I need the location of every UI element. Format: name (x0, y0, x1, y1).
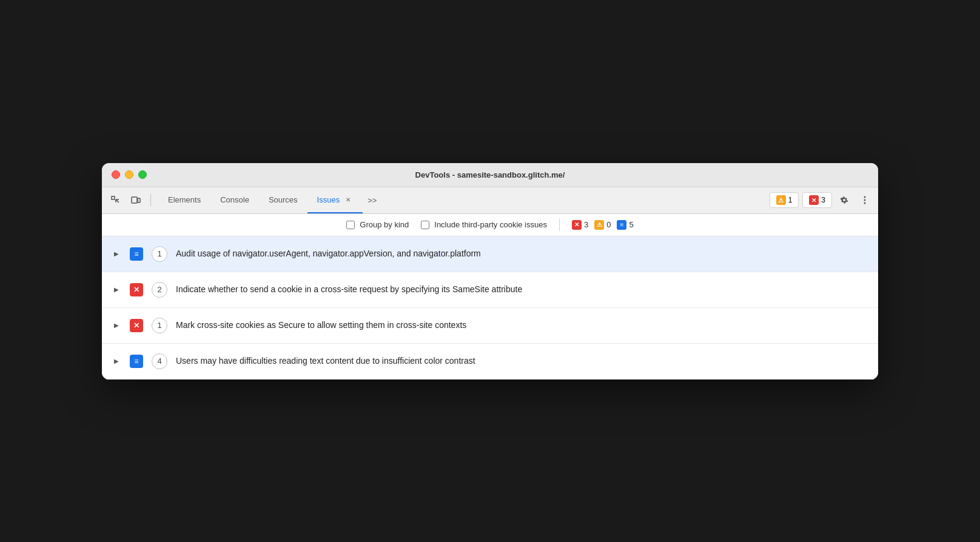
group-by-kind-checkbox[interactable]: Group by kind (346, 220, 409, 229)
tabbar: Elements Console Sources Issues ✕ >> ⚠ 1 (102, 187, 878, 214)
svg-rect-2 (138, 198, 140, 202)
issue-count-3: 1 (152, 318, 167, 333)
issue-row-4[interactable]: ▶ ≡ 4 Users may have difficulties readin… (102, 344, 878, 380)
tabbar-right: ⚠ 1 ✕ 3 (770, 192, 873, 209)
issue-icon-3: ✕ (130, 319, 143, 332)
tabbar-tools (107, 192, 153, 209)
svg-point-5 (864, 202, 866, 204)
tab-issues[interactable]: Issues ✕ (307, 187, 363, 213)
tab-issues-close[interactable]: ✕ (343, 195, 353, 204)
svg-rect-0 (112, 196, 115, 199)
minimize-button[interactable] (125, 170, 133, 179)
issue-row-1[interactable]: ▶ ≡ 1 Audit usage of navigator.userAgent… (102, 236, 878, 272)
expand-arrow-2: ▶ (114, 286, 121, 293)
warning-icon: ⚠ (776, 195, 786, 205)
tabs: Elements Console Sources Issues ✕ >> (158, 187, 770, 213)
toolbar-error-icon: ✕ (572, 220, 582, 230)
toolbar-warning-icon: ⚠ (594, 220, 604, 230)
settings-button[interactable] (836, 192, 853, 209)
window-title: DevTools - samesite-sandbox.glitch.me/ (415, 170, 565, 179)
svg-point-4 (864, 199, 866, 201)
issue-icon-1: ≡ (130, 247, 143, 261)
expand-arrow-1: ▶ (114, 250, 121, 257)
maximize-button[interactable] (138, 170, 147, 179)
more-options-button[interactable] (856, 192, 873, 209)
include-third-party-checkbox[interactable]: Include third-party cookie issues (421, 220, 547, 229)
devtools-window: DevTools - samesite-sandbox.glitch.me/ E… (102, 163, 878, 380)
issue-text-4: Users may have difficulties reading text… (176, 355, 866, 367)
group-by-kind-input[interactable] (346, 221, 355, 229)
issues-toolbar: Group by kind Include third-party cookie… (102, 214, 878, 236)
issues-list: ▶ ≡ 1 Audit usage of navigator.userAgent… (102, 236, 878, 380)
toolbar-info-icon: ≡ (617, 220, 626, 230)
issue-text-1: Audit usage of navigator.userAgent, navi… (176, 247, 866, 260)
error-badge-button[interactable]: ✕ 3 (802, 192, 832, 208)
issue-icon-2: ✕ (130, 283, 143, 296)
toolbar-error-badge: ✕ 3 (572, 220, 588, 230)
titlebar: DevTools - samesite-sandbox.glitch.me/ (102, 163, 878, 187)
issue-count-1: 1 (152, 246, 167, 262)
toolbar-divider (559, 219, 560, 231)
expand-arrow-3: ▶ (114, 322, 121, 329)
issue-count-2: 2 (152, 282, 167, 298)
tab-console[interactable]: Console (210, 187, 259, 213)
close-button[interactable] (112, 170, 120, 179)
traffic-lights (112, 170, 147, 179)
issue-row-3[interactable]: ▶ ✕ 1 Mark cross-site cookies as Secure … (102, 308, 878, 344)
device-toolbar-button[interactable] (127, 192, 144, 209)
inspect-element-button[interactable] (107, 192, 124, 209)
include-third-party-input[interactable] (421, 221, 429, 229)
svg-point-3 (864, 196, 866, 198)
issue-icon-4: ≡ (130, 355, 143, 368)
expand-arrow-4: ▶ (114, 358, 121, 364)
issue-text-2: Indicate whether to send a cookie in a c… (176, 283, 866, 296)
tab-sources[interactable]: Sources (259, 187, 307, 213)
issue-text-3: Mark cross-site cookies as Secure to all… (176, 319, 866, 332)
issue-row-2[interactable]: ▶ ✕ 2 Indicate whether to send a cookie … (102, 272, 878, 308)
issue-count-4: 4 (152, 353, 167, 369)
toolbar-info-badge: ≡ 5 (617, 220, 633, 230)
warning-badge-button[interactable]: ⚠ 1 (770, 192, 799, 208)
more-tabs-button[interactable]: >> (363, 187, 381, 213)
tab-elements[interactable]: Elements (158, 187, 210, 213)
toolbar-warning-badge: ⚠ 0 (594, 220, 611, 230)
tabbar-divider (150, 194, 151, 206)
toolbar-badges: ✕ 3 ⚠ 0 ≡ 5 (572, 220, 634, 230)
svg-rect-1 (132, 197, 137, 203)
error-icon: ✕ (809, 195, 819, 205)
